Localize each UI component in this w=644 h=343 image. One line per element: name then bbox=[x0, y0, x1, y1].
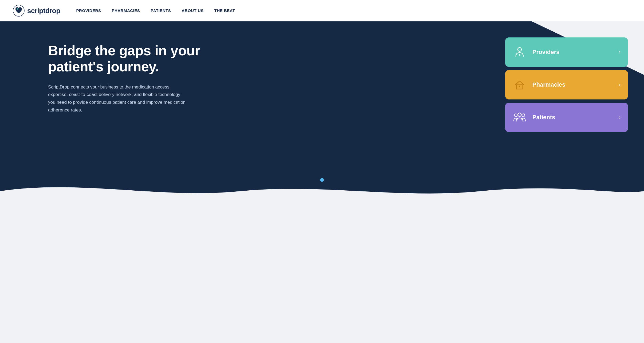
svg-point-2 bbox=[518, 48, 521, 51]
hero-content: Bridge the gaps in your patient's journe… bbox=[0, 21, 644, 164]
nav-link-the-beat[interactable]: THE BEAT bbox=[214, 8, 235, 13]
nav-item-pharmacies[interactable]: PHARMACIES bbox=[112, 8, 140, 13]
nav-link-providers[interactable]: PROVIDERS bbox=[76, 8, 101, 13]
nav-item-patients[interactable]: PATIENTS bbox=[151, 8, 171, 13]
pharmacies-card-arrow: › bbox=[619, 81, 621, 88]
nav-links: PROVIDERS PHARMACIES PATIENTS ABOUT US T… bbox=[76, 8, 235, 13]
patients-icon bbox=[513, 110, 527, 124]
logo[interactable]: scriptdrop bbox=[13, 5, 60, 17]
nav-link-patients[interactable]: PATIENTS bbox=[151, 8, 171, 13]
patients-card[interactable]: Patients › bbox=[505, 103, 628, 132]
nav-item-about-us[interactable]: ABOUT US bbox=[182, 8, 203, 13]
hero-wave bbox=[0, 171, 644, 203]
svg-rect-4 bbox=[519, 54, 520, 56]
providers-card-arrow: › bbox=[619, 49, 621, 56]
pharmacy-icon bbox=[513, 78, 527, 92]
patients-card-arrow: › bbox=[619, 114, 621, 121]
pharmacies-card-label: Pharmacies bbox=[532, 81, 619, 88]
hero-text-block: Bridge the gaps in your patient's journe… bbox=[48, 43, 219, 114]
svg-point-10 bbox=[518, 113, 521, 117]
hero-section: Bridge the gaps in your patient's journe… bbox=[0, 21, 644, 203]
nav-link-pharmacies[interactable]: PHARMACIES bbox=[112, 8, 140, 13]
svg-rect-7 bbox=[519, 86, 520, 87]
nav-link-about-us[interactable]: ABOUT US bbox=[182, 8, 203, 13]
hero-title: Bridge the gaps in your patient's journe… bbox=[48, 43, 208, 75]
navbar: scriptdrop PROVIDERS PHARMACIES PATIENTS… bbox=[0, 0, 644, 21]
provider-icon bbox=[513, 45, 527, 59]
nav-item-the-beat[interactable]: THE BEAT bbox=[214, 8, 235, 13]
providers-card[interactable]: Providers › bbox=[505, 37, 628, 67]
svg-point-8 bbox=[515, 114, 517, 117]
nav-item-providers[interactable]: PROVIDERS bbox=[76, 8, 101, 13]
svg-point-1 bbox=[17, 8, 18, 10]
pharmacies-card[interactable]: Pharmacies › bbox=[505, 70, 628, 99]
bottom-area bbox=[0, 203, 644, 241]
pagination-dot[interactable] bbox=[320, 178, 324, 182]
logo-icon bbox=[13, 5, 25, 17]
patients-card-label: Patients bbox=[532, 114, 619, 121]
providers-card-label: Providers bbox=[532, 49, 619, 56]
hero-cards: Providers › Pharmacies › bbox=[494, 37, 628, 132]
svg-point-9 bbox=[522, 114, 525, 117]
hero-description: ScriptDrop connects your business to the… bbox=[48, 83, 187, 114]
logo-text: scriptdrop bbox=[27, 7, 60, 15]
